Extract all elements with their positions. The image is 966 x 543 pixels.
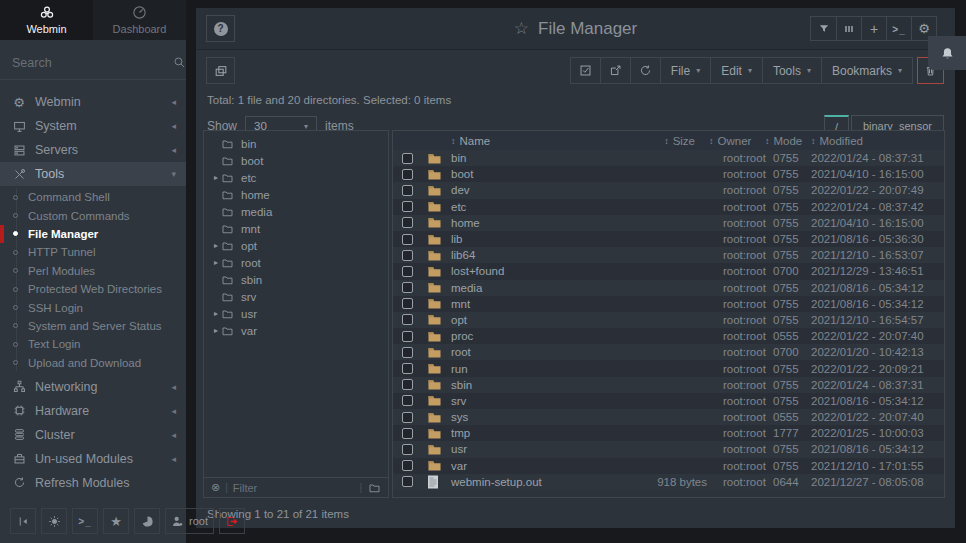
file-row-proc[interactable]: procroot:root05552022/01/22 - 20:07:40 [393,328,944,344]
row-checkbox[interactable] [402,363,413,374]
file-name[interactable]: webmin-setup.out [451,476,603,488]
file-name[interactable]: var [451,460,603,472]
row-checkbox[interactable] [402,331,413,342]
sidebar-subitem-text-login[interactable]: Text Login [0,335,186,353]
star-button[interactable]: ★ [103,508,129,534]
row-checkbox[interactable] [402,250,413,261]
sidebar-item-system[interactable]: System◂ [0,114,186,138]
row-checkbox[interactable] [402,314,413,325]
caret-right-icon[interactable]: ▸ [204,258,221,267]
tree-item-root[interactable]: ▸root [204,254,388,271]
pie-chart-button[interactable] [134,508,160,534]
menu-bookmarks-button[interactable]: Bookmarks▾ [821,58,912,83]
file-row-mnt[interactable]: mntroot:root07552021/08/16 - 05:34:12 [393,296,944,312]
col-size[interactable]: ↕Size [603,135,707,147]
tree-item-home[interactable]: home [204,186,388,203]
sidebar-item-servers[interactable]: Servers◂ [0,138,186,162]
tree-item-usr[interactable]: ▸usr [204,305,388,322]
file-row-lib[interactable]: libroot:root07552021/08/16 - 05:36:30 [393,231,944,247]
tree-item-boot[interactable]: boot [204,152,388,169]
tree-item-opt[interactable]: ▸opt [204,237,388,254]
folder-icon[interactable] [368,482,381,494]
terminal-button[interactable]: >_ [886,17,911,40]
favorite-star-icon[interactable]: ☆ [514,19,529,39]
filter-button[interactable] [811,17,836,40]
file-name[interactable]: lib64 [451,249,603,261]
tab-dashboard[interactable]: Dashboard [93,0,186,40]
caret-right-icon[interactable]: ▸ [204,326,221,335]
sun-button[interactable] [41,508,67,534]
sidebar-subitem-custom-commands[interactable]: Custom Commands [0,206,186,224]
file-row-home[interactable]: homeroot:root07552021/04/10 - 16:15:00 [393,215,944,231]
terminal-button[interactable]: >_ [72,508,98,534]
caret-right-icon[interactable]: ▸ [204,173,221,182]
file-name[interactable]: sys [451,411,603,423]
sort-icon[interactable]: ↕ [709,136,714,146]
sidebar-subitem-ssh-login[interactable]: SSH Login [0,298,186,316]
menu-edit-button[interactable]: Edit▾ [710,58,762,83]
file-name[interactable]: proc [451,330,603,342]
file-name[interactable]: srv [451,395,603,407]
file-row-etc[interactable]: etcroot:root07552022/01/24 - 08:37:42 [393,199,944,215]
row-checkbox[interactable] [402,298,413,309]
file-name[interactable]: boot [451,168,603,180]
sidebar-item-hardware[interactable]: Hardware◂ [0,399,186,423]
col-mode[interactable]: ↕Mode [765,135,811,147]
file-name[interactable]: run [451,363,603,375]
caret-right-icon[interactable]: ▸ [204,241,221,250]
file-row-lib64[interactable]: lib64root:root07552021/12/10 - 16:53:07 [393,247,944,263]
filter-placeholder[interactable]: Filter [233,482,257,494]
file-row-boot[interactable]: bootroot:root07552021/04/10 - 16:15:00 [393,166,944,182]
sidebar-subitem-upload-and-download[interactable]: Upload and Download [0,354,186,372]
file-row-root[interactable]: rootroot:root07002022/01/20 - 10:42:13 [393,344,944,360]
file-name[interactable]: tmp [451,427,603,439]
row-checkbox[interactable] [402,379,413,390]
row-checkbox[interactable] [402,217,413,228]
row-checkbox[interactable] [402,412,413,423]
row-checkbox[interactable] [402,201,413,212]
row-checkbox[interactable] [402,266,413,277]
tree-item-srv[interactable]: srv [204,288,388,305]
sidebar-subitem-protected-web-directories[interactable]: Protected Web Directories [0,280,186,298]
copy-windows-icon[interactable] [206,57,235,84]
file-name[interactable]: home [451,217,603,229]
search-input[interactable] [12,56,173,70]
tab-webmin[interactable]: Webmin [0,0,93,40]
filter-clear-icon[interactable]: ⊗ [211,481,220,494]
row-checkbox[interactable] [402,153,413,164]
sort-icon[interactable]: ↕ [664,136,669,146]
file-row-bin[interactable]: binroot:root07552022/01/24 - 08:37:31 [393,150,944,166]
file-name[interactable]: opt [451,314,603,326]
row-checkbox[interactable] [402,282,413,293]
file-row-var[interactable]: varroot:root07552021/12/10 - 17:01:55 [393,458,944,474]
menu-tools-button[interactable]: Tools▾ [762,58,821,83]
collapse-sidebar-button[interactable] [10,508,36,534]
sidebar-item-networking[interactable]: Networking◂ [0,375,186,399]
file-name[interactable]: media [451,282,603,294]
tree-item-etc[interactable]: ▸etc [204,169,388,186]
sort-icon[interactable]: ↕ [765,136,770,146]
user-button[interactable]: root [165,508,214,534]
sidebar-item-cluster[interactable]: Cluster◂ [0,423,186,447]
refresh-button[interactable] [630,58,660,83]
col-modified[interactable]: ↕Modified [811,135,944,147]
row-checkbox[interactable] [402,234,413,245]
caret-right-icon[interactable]: ▸ [204,309,221,318]
logout-button[interactable] [219,508,245,534]
sidebar-item-tools[interactable]: Tools▾ [0,162,186,186]
tree-item-var[interactable]: ▸var [204,322,388,339]
file-row-srv[interactable]: srvroot:root07552021/08/16 - 05:34:12 [393,393,944,409]
col-name[interactable]: ↕Name [451,135,603,147]
row-checkbox[interactable] [402,395,413,406]
file-row-sbin[interactable]: sbinroot:root07552022/01/24 - 08:37:31 [393,377,944,393]
file-name[interactable]: dev [451,184,603,196]
file-row-run[interactable]: runroot:root07552022/01/22 - 20:09:21 [393,360,944,376]
tree-item-mnt[interactable]: mnt [204,220,388,237]
select-all-button[interactable] [571,58,600,83]
columns-button[interactable] [836,17,861,40]
help-button[interactable]: ? [206,15,235,42]
file-name[interactable]: lib [451,233,603,245]
sidebar-subitem-http-tunnel[interactable]: HTTP Tunnel [0,243,186,261]
file-row-webmin-setup.out[interactable]: webmin-setup.out918 bytesroot:root064420… [393,474,944,490]
share-button[interactable] [600,58,630,83]
